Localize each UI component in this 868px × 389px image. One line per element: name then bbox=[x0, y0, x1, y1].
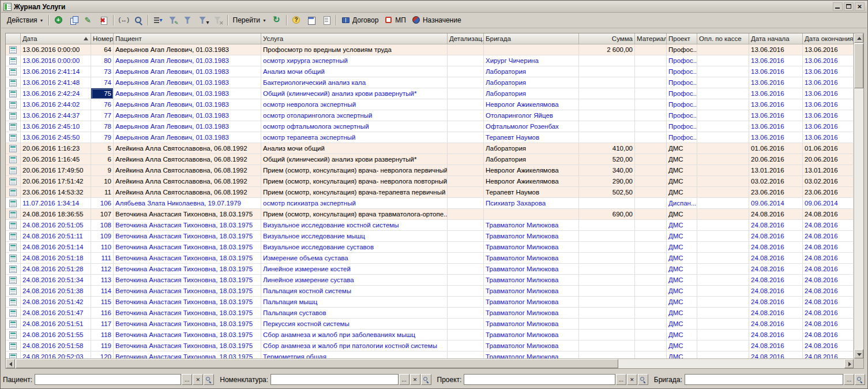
row-marker-cell[interactable] bbox=[6, 308, 21, 319]
cell-patient[interactable]: Веточкина Анастасия Тихоновна, 18.03.197… bbox=[114, 220, 261, 231]
cell-detail[interactable] bbox=[448, 165, 484, 176]
cell-num[interactable]: 80 bbox=[91, 55, 114, 66]
table-row[interactable]: 24.08.2016 20:51:14110Веточкина Анастаси… bbox=[6, 242, 854, 253]
cell-date[interactable]: 13.06.2016 2:41:48 bbox=[21, 77, 91, 88]
cell-materials[interactable] bbox=[635, 110, 667, 121]
cell-cash[interactable] bbox=[697, 275, 749, 286]
cell-patient[interactable]: Аверьянов Агап Левович, 01.03.1983 bbox=[114, 44, 261, 55]
cell-start[interactable]: 13.06.2016 bbox=[749, 132, 803, 143]
cell-project[interactable]: ДМС bbox=[667, 264, 697, 275]
scroll-down-button[interactable] bbox=[854, 349, 863, 358]
cell-cash[interactable] bbox=[697, 121, 749, 132]
cell-end[interactable]: 24.08.2016 bbox=[803, 209, 854, 220]
cell-materials[interactable] bbox=[635, 66, 667, 77]
list-output-button[interactable] bbox=[319, 14, 334, 27]
cell-materials[interactable] bbox=[635, 242, 667, 253]
selected-cell[interactable]: 75 bbox=[91, 88, 114, 99]
table-row[interactable]: 20.06.2016 17:49:509Агейкина Алла Святос… bbox=[6, 165, 854, 176]
cell-patient[interactable]: Агейкина Алла Святославовна, 06.08.1992 bbox=[114, 143, 261, 154]
cell-cash[interactable] bbox=[697, 110, 749, 121]
cell-end[interactable]: 24.08.2016 bbox=[803, 275, 854, 286]
cell-end[interactable]: 24.08.2016 bbox=[803, 341, 854, 351]
cell-num[interactable]: 11 bbox=[91, 187, 114, 198]
cell-project[interactable]: ДМС bbox=[667, 275, 697, 286]
cell-project[interactable]: ДМС bbox=[667, 297, 697, 308]
cell-date[interactable]: 13.06.2016 2:45:10 bbox=[21, 121, 91, 132]
cell-end[interactable]: 24.08.2016 bbox=[803, 319, 854, 330]
column-header-start[interactable]: Дата начала bbox=[749, 33, 803, 44]
cell-brigade[interactable]: Невролог Ажикелямова bbox=[484, 165, 579, 176]
cell-detail[interactable] bbox=[448, 253, 484, 264]
cell-project[interactable]: ДМС bbox=[667, 154, 697, 165]
cell-brigade[interactable]: Травматолог Милюкова bbox=[484, 231, 579, 242]
cell-detail[interactable] bbox=[448, 308, 484, 319]
cell-patient[interactable]: Аверьянов Агап Левович, 01.03.1983 bbox=[114, 55, 261, 66]
patient-filter-clear-button[interactable]: ✕ bbox=[193, 374, 203, 385]
cell-sum[interactable]: 502,50 bbox=[579, 187, 635, 198]
cell-patient[interactable]: Веточкина Анастасия Тихоновна, 18.03.197… bbox=[114, 286, 261, 297]
cell-sum[interactable] bbox=[579, 330, 635, 341]
row-marker-cell[interactable] bbox=[6, 88, 21, 99]
cell-num[interactable]: 116 bbox=[91, 308, 114, 319]
cell-detail[interactable] bbox=[448, 110, 484, 121]
brigade-filter-choose-button[interactable]: ... bbox=[844, 374, 854, 385]
table-row[interactable]: 13.06.2016 2:44:3777Аверьянов Агап Левов… bbox=[6, 110, 854, 121]
cell-sum[interactable] bbox=[579, 99, 635, 110]
cell-detail[interactable] bbox=[448, 264, 484, 275]
cell-materials[interactable] bbox=[635, 341, 667, 351]
cell-brigade[interactable]: Лаборатория bbox=[484, 154, 579, 165]
cell-start[interactable]: 13.06.2016 bbox=[749, 77, 803, 88]
cell-num[interactable]: 6 bbox=[91, 154, 114, 165]
cell-cash[interactable] bbox=[697, 154, 749, 165]
filter-by-value-button[interactable] bbox=[181, 14, 196, 27]
cell-start[interactable]: 13.06.2016 bbox=[749, 66, 803, 77]
row-marker-cell[interactable] bbox=[6, 220, 21, 231]
cell-patient[interactable]: Аверьянов Агап Левович, 01.03.1983 bbox=[114, 77, 261, 88]
cell-cash[interactable] bbox=[697, 66, 749, 77]
cell-project[interactable]: ДМС bbox=[667, 187, 697, 198]
cell-sum[interactable] bbox=[579, 55, 635, 66]
column-header-detail[interactable]: Детализац... bbox=[448, 33, 484, 44]
cell-num[interactable]: 108 bbox=[91, 220, 114, 231]
cell-brigade[interactable] bbox=[484, 209, 579, 220]
cell-service[interactable]: Прием (осмотр, консультация) врача- невр… bbox=[261, 165, 448, 176]
cell-detail[interactable] bbox=[448, 121, 484, 132]
cell-detail[interactable] bbox=[448, 275, 484, 286]
row-marker-cell[interactable] bbox=[6, 143, 21, 154]
cell-project[interactable]: ДМС bbox=[667, 220, 697, 231]
date-interval-button[interactable] bbox=[116, 14, 131, 27]
cell-sum[interactable]: 2 600,00 bbox=[579, 44, 635, 55]
cell-cash[interactable] bbox=[697, 286, 749, 297]
cell-materials[interactable] bbox=[635, 55, 667, 66]
cell-end[interactable]: 13.06.2016 bbox=[803, 132, 854, 143]
cell-date[interactable]: 20.06.2016 1:16:23 bbox=[21, 143, 91, 154]
cell-start[interactable]: 24.08.2016 bbox=[749, 341, 803, 351]
cell-materials[interactable] bbox=[635, 351, 667, 358]
cell-start[interactable]: 13.06.2016 bbox=[749, 99, 803, 110]
cell-patient[interactable]: Веточкина Анастасия Тихоновна, 18.03.197… bbox=[114, 351, 261, 358]
cell-num[interactable]: 64 bbox=[91, 44, 114, 55]
cell-cash[interactable] bbox=[697, 209, 749, 220]
cell-start[interactable]: 24.08.2016 bbox=[749, 319, 803, 330]
cell-num[interactable]: 114 bbox=[91, 286, 114, 297]
cell-detail[interactable] bbox=[448, 242, 484, 253]
row-marker-cell[interactable] bbox=[6, 55, 21, 66]
table-row[interactable]: 24.08.2016 18:36:55107Веточкина Анастаси… bbox=[6, 209, 854, 220]
cell-brigade[interactable]: Лаборатория bbox=[484, 143, 579, 154]
horizontal-scrollbar[interactable] bbox=[6, 358, 854, 368]
nomenclature-filter-choose-button[interactable]: ... bbox=[399, 374, 409, 385]
cell-cash[interactable] bbox=[697, 99, 749, 110]
patient-filter-find-button[interactable] bbox=[204, 374, 214, 385]
row-marker-cell[interactable] bbox=[6, 341, 21, 351]
cell-date[interactable]: 24.08.2016 20:52:03 bbox=[21, 351, 91, 358]
add-button[interactable] bbox=[51, 14, 66, 27]
cell-service[interactable]: Сбор анамнеза и жалоб при заболеваниях м… bbox=[261, 330, 448, 341]
column-header-end[interactable]: Дата окончания bbox=[803, 33, 854, 44]
cell-materials[interactable] bbox=[635, 275, 667, 286]
cell-brigade[interactable]: Травматолог Милюкова bbox=[484, 330, 579, 341]
cell-num[interactable]: 79 bbox=[91, 132, 114, 143]
row-marker-cell[interactable] bbox=[6, 121, 21, 132]
cell-brigade[interactable]: Травматолог Милюкова bbox=[484, 220, 579, 231]
cell-start[interactable]: 24.08.2016 bbox=[749, 209, 803, 220]
cell-project[interactable]: Профос... bbox=[667, 77, 697, 88]
